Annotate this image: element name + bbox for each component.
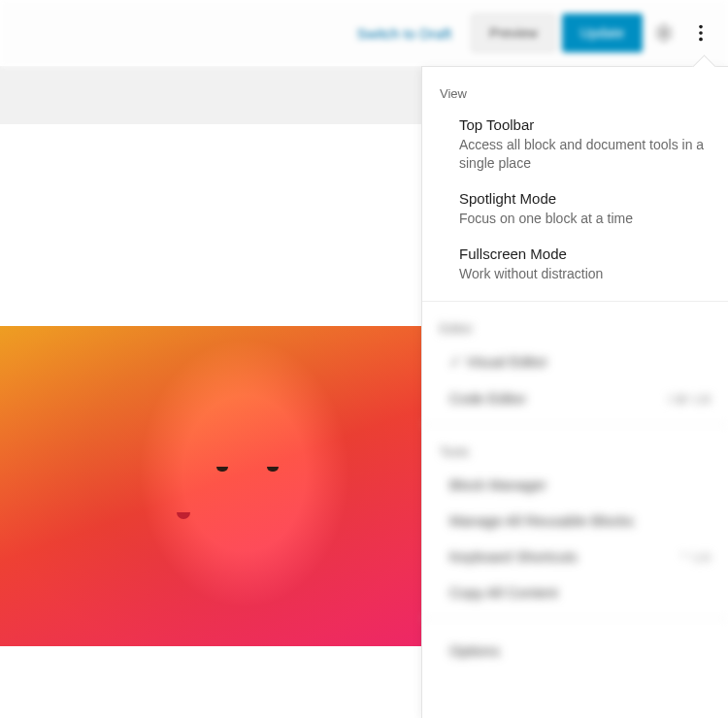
menu-item-title: Spotlight Mode — [459, 190, 711, 207]
preview-button[interactable]: Preview — [471, 14, 556, 52]
more-menu-button[interactable] — [683, 14, 718, 52]
menu-item-title: Fullscreen Mode — [459, 245, 711, 262]
settings-icon[interactable] — [652, 21, 676, 45]
svg-point-0 — [662, 31, 667, 36]
more-menu-dropdown: View Top Toolbar Access all block and do… — [421, 66, 728, 718]
save-draft-link[interactable]: Switch to Draft — [357, 25, 452, 42]
svg-point-3 — [699, 38, 703, 42]
menu-item-top-toolbar[interactable]: Top Toolbar Access all block and documen… — [422, 109, 728, 182]
menu-item-desc: Access all block and document tools in a… — [459, 136, 711, 173]
editor-header: Switch to Draft Preview Update — [0, 0, 728, 66]
more-vertical-icon — [690, 22, 711, 44]
content-image — [0, 326, 421, 646]
publish-button[interactable]: Update — [562, 14, 643, 52]
section-title-view: View — [422, 81, 728, 109]
menu-item-fullscreen-mode[interactable]: Fullscreen Mode Work without distraction — [422, 238, 728, 293]
menu-item-spotlight-mode[interactable]: Spotlight Mode Focus on one block at a t… — [422, 182, 728, 238]
svg-point-1 — [699, 25, 703, 29]
menu-item-desc: Focus on one block at a time — [459, 210, 711, 228]
menu-section-options: Options — [422, 619, 728, 676]
menu-section-tools: Tools Block Manager Manage All Reusable … — [422, 425, 728, 619]
svg-point-2 — [699, 31, 703, 35]
menu-section-editor: Editor ✓ Visual Editor Code Editor⇧⌘⌥M — [422, 302, 728, 425]
menu-item-title: Top Toolbar — [459, 116, 711, 133]
menu-item-desc: Work without distraction — [459, 265, 711, 283]
menu-section-view: View Top Toolbar Access all block and do… — [422, 67, 728, 302]
